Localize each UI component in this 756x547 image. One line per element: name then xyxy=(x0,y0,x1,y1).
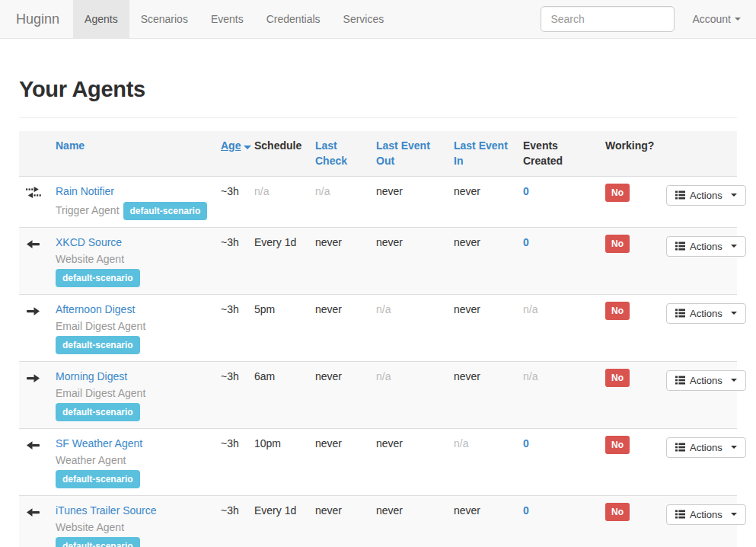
agent-type-label: Website Agent xyxy=(56,521,124,533)
nav-item-credentials[interactable]: Credentials xyxy=(255,0,332,38)
actions-button[interactable]: Actions xyxy=(666,370,746,391)
caret-down-icon xyxy=(731,245,737,248)
list-icon xyxy=(675,242,685,251)
working-badge: No xyxy=(605,369,630,387)
actions-button-label: Actions xyxy=(690,241,723,252)
list-icon xyxy=(675,190,685,200)
nav-item-scenarios[interactable]: Scenarios xyxy=(129,0,199,38)
caret-down-icon xyxy=(731,312,737,315)
caret-down-icon xyxy=(731,194,737,197)
age-cell: ~3h xyxy=(221,504,239,517)
nav-item-agents[interactable]: Agents xyxy=(73,0,129,38)
scenario-badge[interactable]: default-scenario xyxy=(56,470,140,488)
scenario-badge[interactable]: default-scenario xyxy=(123,202,208,220)
table-row: Afternoon DigestEmail Digest Agentdefaul… xyxy=(19,294,737,361)
last-check-cell: never xyxy=(315,303,342,315)
table-row: Rain NotifierTrigger Agentdefault-scenar… xyxy=(19,176,737,227)
column-header-age[interactable]: Age xyxy=(221,139,241,152)
scenario-badge[interactable]: default-scenario xyxy=(56,269,140,287)
schedule-cell: Every 1d xyxy=(254,236,296,248)
arrow-left-icon xyxy=(26,440,40,453)
working-badge: No xyxy=(605,302,630,320)
last-event-in-cell: never xyxy=(454,370,480,382)
agent-type-label: Website Agent xyxy=(56,253,124,265)
events-created-link[interactable]: 0 xyxy=(523,236,529,248)
schedule-cell: 6am xyxy=(254,370,275,382)
schedule-cell: 10pm xyxy=(254,437,281,449)
age-cell: ~3h xyxy=(221,437,239,449)
agent-name-link[interactable]: XKCD Source xyxy=(56,236,122,248)
column-header-last-check[interactable]: Last Check xyxy=(315,139,347,167)
list-icon xyxy=(675,376,685,385)
account-menu[interactable]: Account xyxy=(688,13,745,25)
list-icon xyxy=(675,443,685,452)
scenario-badge[interactable]: default-scenario xyxy=(56,403,140,421)
actions-button[interactable]: Actions xyxy=(666,504,746,525)
last-event-out-cell: never xyxy=(376,185,403,197)
actions-button[interactable]: Actions xyxy=(666,437,746,458)
column-header-last-event-in[interactable]: Last Event In xyxy=(454,139,508,167)
age-cell: ~3h xyxy=(221,236,239,248)
last-event-in-cell: never xyxy=(454,303,480,315)
search-input[interactable] xyxy=(541,6,675,32)
table-row: iTunes Trailer SourceWebsite Agentdefaul… xyxy=(19,495,737,547)
schedule-cell: 5pm xyxy=(254,303,275,315)
list-icon xyxy=(675,510,685,519)
agent-type-label: Email Digest Agent xyxy=(56,387,145,399)
caret-down-icon xyxy=(731,446,737,449)
caret-down-icon xyxy=(731,379,737,382)
agent-name-link[interactable]: Afternoon Digest xyxy=(56,303,135,315)
column-header-last-event-out[interactable]: Last Event Out xyxy=(376,139,430,167)
working-badge: No xyxy=(605,235,630,253)
working-badge: No xyxy=(605,503,630,521)
working-badge: No xyxy=(605,184,630,202)
agent-type-label: Weather Agent xyxy=(56,454,126,466)
last-event-out-cell: never xyxy=(376,437,403,449)
events-created-link[interactable]: 0 xyxy=(523,504,529,517)
schedule-cell: Every 1d xyxy=(254,504,296,517)
actions-button[interactable]: Actions xyxy=(666,236,746,257)
actions-button-label: Actions xyxy=(690,509,723,520)
transfer-icon xyxy=(26,188,41,200)
agent-name-link[interactable]: SF Weather Agent xyxy=(56,437,142,449)
agent-type-label: Trigger Agent xyxy=(56,204,120,216)
last-event-in-cell: never xyxy=(454,185,480,197)
main-content: Your Agents Name Age Schedule Last Check… xyxy=(0,77,756,547)
agent-name-link[interactable]: iTunes Trailer Source xyxy=(56,504,157,517)
last-event-out-cell: never xyxy=(376,236,403,248)
agent-name-link[interactable]: Morning Digest xyxy=(56,370,127,382)
events-created-link[interactable]: 0 xyxy=(523,437,529,449)
events-created-link[interactable]: 0 xyxy=(523,185,529,197)
events-created-cell: n/a xyxy=(523,370,537,382)
scenario-badge[interactable]: default-scenario xyxy=(56,537,140,547)
last-event-in-cell: never xyxy=(454,236,480,248)
agent-name-link[interactable]: Rain Notifier xyxy=(56,185,114,197)
column-header-events-created: Events Created xyxy=(523,139,563,167)
nav-item-services[interactable]: Services xyxy=(332,0,396,38)
brand-link[interactable]: Huginn xyxy=(0,0,73,38)
agents-table: Name Age Schedule Last Check Last Event … xyxy=(19,131,737,547)
last-check-cell: n/a xyxy=(315,185,330,197)
arrow-right-icon xyxy=(26,373,40,385)
actions-button[interactable]: Actions xyxy=(666,303,746,324)
account-label: Account xyxy=(692,13,731,25)
scenario-badge[interactable]: default-scenario xyxy=(56,336,140,354)
column-header-name[interactable]: Name xyxy=(56,139,85,152)
last-event-in-cell: n/a xyxy=(454,437,468,449)
page-title: Your Agents xyxy=(19,77,737,102)
arrow-right-icon xyxy=(26,306,40,318)
actions-button-label: Actions xyxy=(690,190,723,201)
navbar: Huginn Agents Scenarios Events Credentia… xyxy=(0,0,756,39)
last-event-out-cell: never xyxy=(376,504,403,517)
events-created-cell: n/a xyxy=(523,303,537,315)
table-header-row: Name Age Schedule Last Check Last Event … xyxy=(19,131,737,176)
caret-down-icon xyxy=(735,18,741,21)
column-header-schedule: Schedule xyxy=(254,139,301,152)
last-event-in-cell: never xyxy=(454,504,480,517)
nav-item-events[interactable]: Events xyxy=(199,0,255,38)
age-cell: ~3h xyxy=(221,185,239,197)
working-badge: No xyxy=(605,436,630,454)
actions-button[interactable]: Actions xyxy=(666,185,746,206)
column-header-icon xyxy=(19,131,49,176)
last-check-cell: never xyxy=(315,504,342,517)
